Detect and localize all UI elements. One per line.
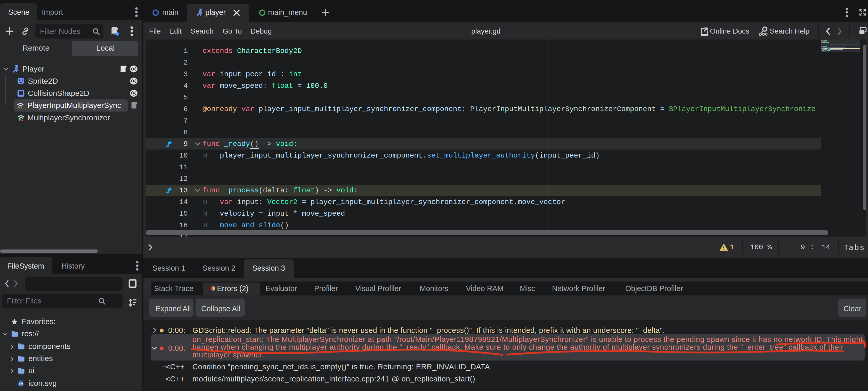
svg-text:DOC: DOC [759, 32, 768, 36]
